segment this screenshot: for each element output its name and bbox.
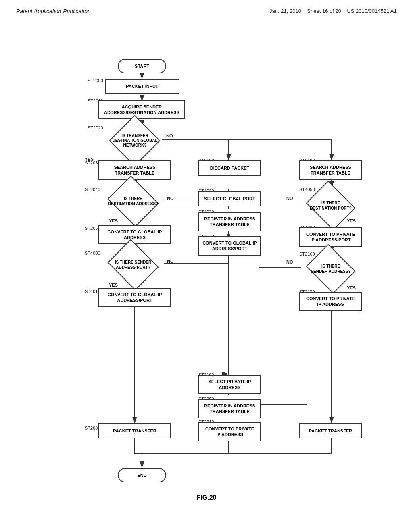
search-att-left-box: SEARCH ADDRESSTRANSFER TABLE bbox=[98, 160, 171, 180]
packet-input-box: PACKET INPUT bbox=[105, 79, 179, 94]
convert-private-ip-center-box: CONVERT TO PRIVATEIP ADDRESS bbox=[198, 422, 261, 441]
select-global-port-box: SELECT GLOBAL PORT bbox=[198, 191, 261, 206]
is-dest-addr-diamond: IS THEREDESTINATION ADDRESS? bbox=[99, 185, 167, 218]
page-header: Patent Application Publication Jan. 21, … bbox=[16, 8, 397, 15]
label-st2020: ST2020 bbox=[88, 125, 103, 130]
discard-packet-box: DISCARD PACKET bbox=[198, 160, 261, 176]
label-st2040: ST2040 bbox=[85, 187, 100, 192]
no-label-sender-addr: NO bbox=[286, 260, 293, 264]
convert-global-ip-port-center-box: CONVERT TO GLOBAL IPADDRESS/PORT bbox=[198, 236, 261, 256]
is-dest-port-diamond: IS THEREDESTINATION PORT? bbox=[298, 190, 363, 221]
label-st2000: ST2000 bbox=[88, 78, 103, 83]
header-right: Jan. 21, 2010 Sheet 16 of 20 US 2010/001… bbox=[269, 8, 397, 14]
yes-label-dest-port: YES bbox=[347, 218, 356, 223]
start-node: START bbox=[118, 59, 166, 73]
page: Patent Application Publication Jan. 21, … bbox=[0, 0, 413, 532]
header-date: Jan. 21, 2010 Sheet 16 of 20 US 2010/001… bbox=[269, 8, 397, 14]
no-label-dest-addr: NO bbox=[167, 196, 174, 201]
register-att-center2-box: REGISTER IN ADDRESSTRANSFER TABLE bbox=[198, 399, 261, 418]
is-transfer-diamond: IS TRANSFERDESTINATION GLOBALNETWORK? bbox=[104, 123, 166, 159]
convert-global-ip-port-left-box: CONVERT TO GLOBAL IPADDRESS/PORT bbox=[98, 288, 171, 307]
fig-label: FIG.20 bbox=[16, 494, 397, 501]
yes-label-sender-addr: YES bbox=[347, 285, 356, 290]
no-label-is-transfer: NO bbox=[166, 133, 173, 138]
acquire-sender-box: ACQUIRE SENDERADDRESS/DESTINATION ADDRES… bbox=[98, 100, 185, 119]
no-label-sender-port: NO bbox=[167, 259, 174, 264]
yes-label-left: YES bbox=[85, 157, 94, 162]
is-sender-addr-diamond: IS THERESENDER ADDRESS? bbox=[298, 253, 363, 285]
register-att-center-box: REGISTER IN ADDRESSTRANSFER TABLE bbox=[198, 212, 261, 231]
is-sender-port-diamond: IS THERE SENDERADDRESS/PORT? bbox=[99, 248, 167, 281]
end-node: END bbox=[118, 468, 166, 482]
convert-private-ip-port-box: CONVERT TO PRIVATEIP ADDRESS/PORT bbox=[299, 227, 362, 247]
label-st4000: ST4000 bbox=[85, 251, 100, 256]
packet-transfer-right-box: PACKET TRANSFER bbox=[299, 423, 362, 438]
label-st2080: ST2080 bbox=[85, 426, 100, 430]
no-label-dest-port: NO bbox=[286, 196, 293, 201]
packet-transfer-left-box: PACKET TRANSFER bbox=[98, 423, 171, 438]
search-att-right-box: SEARCH ADDRESSTRANSFER TABLE bbox=[299, 160, 362, 180]
label-st2050: ST2050 bbox=[85, 226, 100, 231]
yes-label-sender-port: YES bbox=[109, 283, 118, 287]
diagram-area: START ST2000 PACKET INPUT ST2010 ACQUIRE… bbox=[25, 27, 388, 490]
select-private-ip-box: SELECT PRIVATE IPADDRESS bbox=[198, 375, 261, 394]
convert-private-ip-right-box: CONVERT TO PRIVATEIP ADDRESS bbox=[299, 292, 362, 311]
label-st4010: ST4010 bbox=[85, 289, 100, 294]
convert-global-ip-box: CONVERT TO GLOBAL IPADDRESS bbox=[98, 225, 171, 244]
header-left: Patent Application Publication bbox=[16, 8, 91, 15]
yes-label-dest-addr: YES bbox=[109, 218, 118, 223]
